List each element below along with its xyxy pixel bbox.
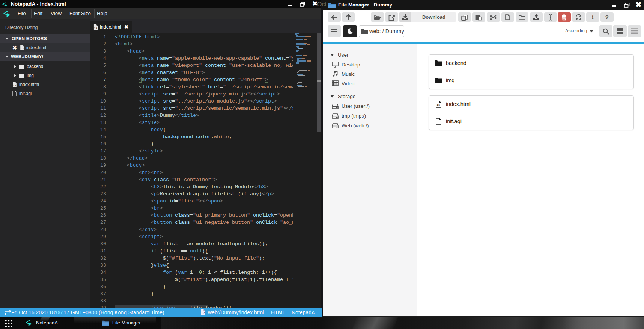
svg-text:<>: <> — [437, 103, 440, 107]
svg-text:<>: <> — [202, 311, 205, 314]
